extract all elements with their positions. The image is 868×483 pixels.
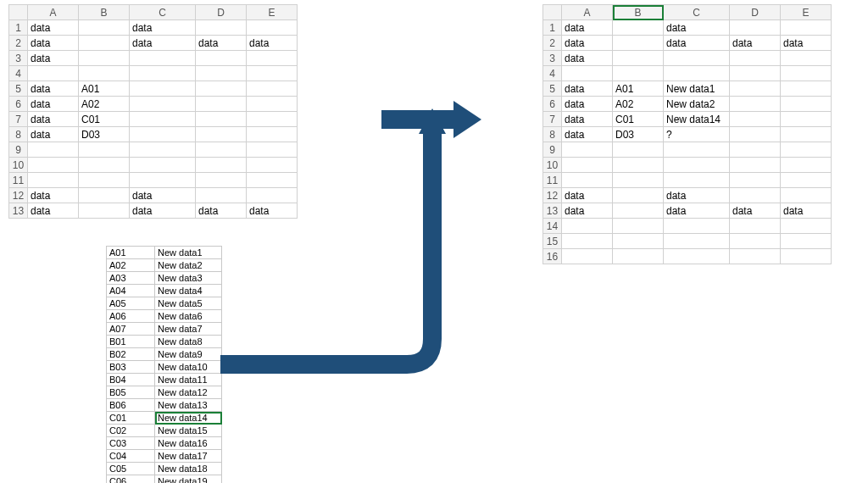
cell[interactable] xyxy=(28,66,79,81)
cell[interactable]: data xyxy=(28,188,79,203)
lookup-value[interactable]: New data6 xyxy=(155,310,222,323)
cell[interactable] xyxy=(196,142,247,158)
cell[interactable] xyxy=(130,158,196,173)
cell[interactable] xyxy=(247,158,298,173)
cell[interactable]: data xyxy=(562,112,613,127)
cell[interactable]: data xyxy=(130,188,196,203)
cell[interactable]: data xyxy=(28,127,79,142)
cell[interactable] xyxy=(196,173,247,188)
cell[interactable] xyxy=(247,127,298,142)
spreadsheet-right[interactable]: ABCDE1datadata2datadatadatadata3data45da… xyxy=(542,4,832,264)
cell[interactable] xyxy=(730,234,781,249)
cell[interactable]: A01 xyxy=(613,81,664,97)
row-header[interactable]: 12 xyxy=(543,188,562,203)
cell[interactable]: data xyxy=(196,36,247,51)
cell[interactable] xyxy=(730,112,781,127)
cell[interactable] xyxy=(196,127,247,142)
lookup-value[interactable]: New data5 xyxy=(155,297,222,310)
lookup-value[interactable]: New data3 xyxy=(155,272,222,285)
row-header[interactable]: 9 xyxy=(543,142,562,158)
cell[interactable]: data xyxy=(562,203,613,219)
cell[interactable] xyxy=(730,81,781,97)
lookup-value[interactable]: New data11 xyxy=(155,374,222,386)
spreadsheet-left[interactable]: ABCDE1datadata2datadatadatadata3data45da… xyxy=(8,4,298,219)
cell[interactable] xyxy=(130,97,196,112)
cell[interactable] xyxy=(562,158,613,173)
cell[interactable] xyxy=(730,158,781,173)
cell[interactable] xyxy=(781,81,832,97)
lookup-value[interactable]: New data10 xyxy=(155,361,222,374)
row-header[interactable]: 3 xyxy=(9,51,28,66)
row-header[interactable]: 7 xyxy=(9,112,28,127)
lookup-key[interactable]: B04 xyxy=(107,374,155,386)
cell[interactable]: data xyxy=(28,112,79,127)
lookup-key[interactable]: A04 xyxy=(107,285,155,297)
cell[interactable]: data xyxy=(28,203,79,219)
cell[interactable] xyxy=(130,127,196,142)
cell[interactable] xyxy=(196,97,247,112)
lookup-key[interactable]: A06 xyxy=(107,310,155,323)
cell[interactable]: data xyxy=(664,36,730,51)
lookup-key[interactable]: C02 xyxy=(107,425,155,437)
lookup-key[interactable]: B03 xyxy=(107,361,155,374)
cell[interactable] xyxy=(781,97,832,112)
cell[interactable] xyxy=(613,203,664,219)
column-header-b[interactable]: B xyxy=(79,5,130,20)
cell[interactable] xyxy=(247,112,298,127)
cell[interactable] xyxy=(664,219,730,234)
row-header[interactable]: 16 xyxy=(543,249,562,264)
column-header-c[interactable]: C xyxy=(130,5,196,20)
lookup-key[interactable]: B02 xyxy=(107,348,155,361)
select-all-corner[interactable] xyxy=(543,5,562,20)
cell[interactable] xyxy=(730,142,781,158)
lookup-value[interactable]: New data8 xyxy=(155,336,222,348)
row-header[interactable]: 10 xyxy=(543,158,562,173)
cell[interactable]: New data2 xyxy=(664,97,730,112)
cell[interactable] xyxy=(781,219,832,234)
cell[interactable] xyxy=(613,234,664,249)
cell[interactable] xyxy=(196,81,247,97)
cell[interactable] xyxy=(730,66,781,81)
cell[interactable]: data xyxy=(562,36,613,51)
cell[interactable] xyxy=(562,249,613,264)
cell[interactable] xyxy=(130,81,196,97)
row-header[interactable]: 8 xyxy=(543,127,562,142)
cell[interactable]: data xyxy=(28,81,79,97)
cell[interactable] xyxy=(79,203,130,219)
row-header[interactable]: 11 xyxy=(543,173,562,188)
cell[interactable] xyxy=(781,142,832,158)
cell[interactable] xyxy=(196,20,247,36)
row-header[interactable]: 1 xyxy=(543,20,562,36)
cell[interactable] xyxy=(730,188,781,203)
row-header[interactable]: 12 xyxy=(9,188,28,203)
cell[interactable]: data xyxy=(130,203,196,219)
cell[interactable] xyxy=(781,249,832,264)
lookup-key[interactable]: A03 xyxy=(107,272,155,285)
cell[interactable]: data xyxy=(196,203,247,219)
cell[interactable]: A02 xyxy=(613,97,664,112)
cell[interactable]: New data14 xyxy=(664,112,730,127)
cell[interactable] xyxy=(28,142,79,158)
cell[interactable]: ? xyxy=(664,127,730,142)
lookup-key[interactable]: B05 xyxy=(107,386,155,399)
column-header-e[interactable]: E xyxy=(247,5,298,20)
cell[interactable]: data xyxy=(781,203,832,219)
cell[interactable] xyxy=(613,51,664,66)
cell[interactable] xyxy=(196,51,247,66)
cell[interactable] xyxy=(613,66,664,81)
lookup-value[interactable]: New data12 xyxy=(155,386,222,399)
cell[interactable] xyxy=(562,66,613,81)
cell[interactable] xyxy=(79,158,130,173)
cell[interactable] xyxy=(613,142,664,158)
lookup-key[interactable]: A02 xyxy=(107,259,155,272)
row-header[interactable]: 6 xyxy=(9,97,28,112)
cell[interactable]: data xyxy=(247,36,298,51)
row-header[interactable]: 5 xyxy=(9,81,28,97)
cell[interactable] xyxy=(613,219,664,234)
cell[interactable]: C01 xyxy=(79,112,130,127)
lookup-value[interactable]: New data15 xyxy=(155,425,222,437)
lookup-key[interactable]: B06 xyxy=(107,399,155,412)
lookup-key[interactable]: B01 xyxy=(107,336,155,348)
cell[interactable]: data xyxy=(664,203,730,219)
cell[interactable]: data xyxy=(562,81,613,97)
